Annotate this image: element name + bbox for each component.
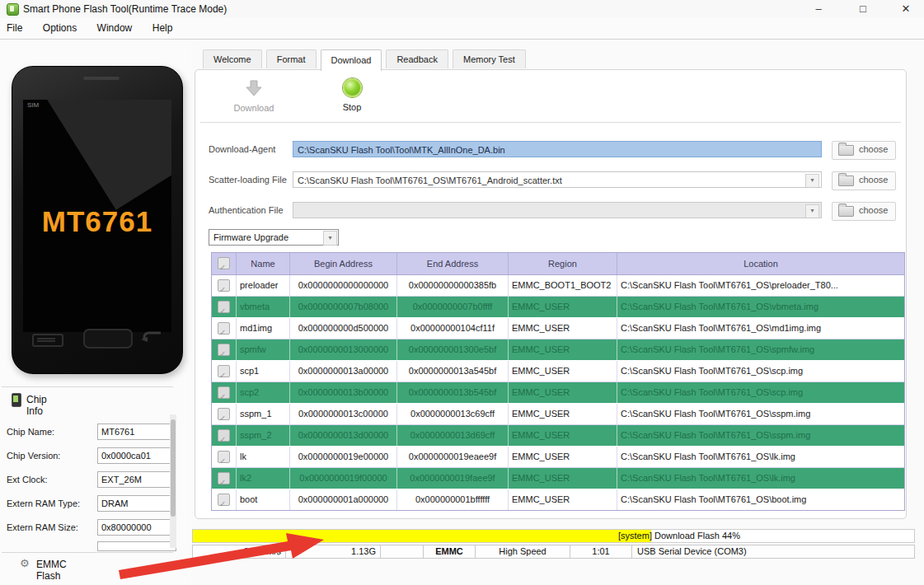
- table-row[interactable]: sspm_1 0x0000000013c00000 0x0000000013c6…: [212, 404, 904, 425]
- menu-bar: File Options Window Help: [0, 18, 924, 40]
- emmc-flash-label: EMMC Flash: [36, 559, 67, 582]
- row-checkbox-cell: [212, 425, 237, 446]
- cell-location: C:\ScanSKU Flash Tool\MT6761_OS\preloade…: [617, 275, 904, 296]
- column-header-location[interactable]: Location: [617, 253, 904, 274]
- scatter-file-value: C:\ScanSKU Flash Tool\MT6761_OS\MT6761_A…: [298, 176, 562, 185]
- table-row[interactable]: preloader 0x0000000000000000 0x000000000…: [212, 275, 904, 297]
- chip-field-row: Ext Clock: EXT_26M: [7, 471, 171, 489]
- chevron-down-icon[interactable]: ▾: [323, 231, 337, 246]
- cell-name: scp1: [237, 361, 290, 381]
- app-icon: [7, 3, 19, 16]
- auth-file-choose-button[interactable]: choose: [832, 202, 896, 221]
- minimize-button[interactable]: –: [806, 0, 831, 18]
- tab-format[interactable]: Format: [266, 49, 317, 68]
- chip-name-value[interactable]: MT6761: [97, 424, 176, 440]
- checkbox-icon[interactable]: [218, 472, 230, 484]
- chip-version-label: Chip Version:: [7, 451, 60, 461]
- status-port: USB Serial Device (COM3): [632, 545, 914, 558]
- tab-download[interactable]: Download: [321, 49, 382, 71]
- partition-table-body: preloader 0x0000000000000000 0x000000000…: [212, 275, 904, 510]
- auth-file-input[interactable]: ▾: [293, 202, 822, 218]
- table-row[interactable]: spmfw 0x0000000013000000 0x000000001300e…: [212, 339, 904, 361]
- cell-end-address: 0x00000000104cf11f: [397, 318, 509, 339]
- chip-version-value[interactable]: 0x0000ca01: [97, 447, 176, 464]
- checkbox-icon[interactable]: [218, 408, 230, 420]
- ext-clock-label: Ext Clock:: [7, 475, 48, 484]
- column-header-name[interactable]: Name: [237, 253, 290, 274]
- checkbox-icon[interactable]: [218, 257, 230, 269]
- tab-welcome[interactable]: Welcome: [203, 49, 262, 68]
- cell-begin-address: 0x0000000007b08000: [290, 297, 397, 317]
- scatter-file-input[interactable]: C:\ScanSKU Flash Tool\MT6761_OS\MT6761_A…: [293, 171, 822, 188]
- menu-options[interactable]: Options: [35, 18, 85, 34]
- download-agent-label: Download-Agent: [209, 144, 275, 154]
- download-agent-input[interactable]: C:\ScanSKU Flash Tool\Tool\MTK_AllInOne_…: [293, 141, 822, 157]
- checkbox-icon[interactable]: [218, 301, 230, 313]
- phone-speaker: [83, 77, 120, 80]
- cell-location: C:\ScanSKU Flash Tool\MT6761_OS\boot.img: [617, 489, 904, 510]
- chevron-down-icon[interactable]: ▾: [805, 204, 819, 218]
- scatter-file-choose-button[interactable]: choose: [832, 171, 896, 190]
- menu-window[interactable]: Window: [89, 18, 141, 34]
- checkbox-icon[interactable]: [218, 429, 230, 442]
- cell-end-address: 0x000000001bffffff: [397, 489, 509, 510]
- cell-name: scp2: [237, 382, 290, 403]
- table-row[interactable]: sspm_2 0x0000000013d00000 0x0000000013d6…: [212, 425, 904, 447]
- table-row[interactable]: scp1 0x0000000013a00000 0x0000000013a545…: [212, 361, 904, 382]
- maximize-button[interactable]: □: [851, 0, 875, 18]
- download-icon: [244, 78, 264, 98]
- column-header-region[interactable]: Region: [509, 253, 617, 274]
- flash-mode-select[interactable]: Firmware Upgrade ▾: [209, 229, 339, 246]
- stop-button[interactable]: Stop: [326, 78, 378, 112]
- tab-memory-test[interactable]: Memory Test: [453, 49, 526, 68]
- cell-end-address: 0x0000000013b545bf: [397, 382, 509, 403]
- download-agent-choose-button[interactable]: choose: [832, 141, 896, 160]
- cell-end-address: 0x0000000013d69cff: [397, 425, 509, 446]
- cell-region: EMMC_USER: [509, 339, 617, 360]
- table-row[interactable]: boot 0x000000001a000000 0x000000001bffff…: [212, 489, 904, 510]
- table-row[interactable]: md1img 0x000000000d500000 0x00000000104c…: [212, 318, 904, 339]
- checkbox-icon[interactable]: [218, 386, 230, 399]
- table-row[interactable]: lk 0x0000000019e00000 0x0000000019eaee9f…: [212, 447, 904, 468]
- cell-location: C:\ScanSKU Flash Tool\MT6761_OS\scp.img: [617, 361, 904, 381]
- cell-begin-address: 0x0000000013000000: [290, 339, 397, 360]
- download-button[interactable]: Download: [225, 78, 283, 113]
- column-header-begin[interactable]: Begin Address: [290, 253, 397, 274]
- sidebar: SIM MT6761 Chip Info Chip Name: MT6761 C…: [0, 40, 191, 585]
- chip-name-label: Chip Name:: [7, 427, 54, 437]
- table-row[interactable]: lk2 0x0000000019f00000 0x0000000019faee9…: [212, 468, 904, 489]
- checkbox-icon[interactable]: [218, 322, 230, 335]
- menu-file[interactable]: File: [0, 18, 30, 34]
- checkbox-icon[interactable]: [218, 365, 230, 377]
- row-checkbox-cell: [212, 382, 237, 403]
- close-button[interactable]: ✕: [894, 0, 918, 18]
- checkbox-icon[interactable]: [218, 451, 230, 463]
- header-checkbox-cell[interactable]: [212, 253, 237, 274]
- ext-clock-value[interactable]: EXT_26M: [97, 471, 176, 488]
- checkbox-icon[interactable]: [218, 344, 230, 356]
- tab-readback[interactable]: Readback: [386, 49, 448, 68]
- cell-region: EMMC_USER: [509, 404, 617, 424]
- status-flash-type: EMMC: [424, 545, 476, 558]
- ram-type-value[interactable]: DRAM: [97, 495, 176, 512]
- scrollbar-thumb[interactable]: [171, 419, 176, 517]
- cell-begin-address: 0x0000000013c00000: [290, 404, 397, 424]
- checkbox-icon[interactable]: [218, 279, 230, 292]
- chevron-down-icon[interactable]: ▾: [805, 174, 819, 188]
- table-row[interactable]: vbmeta 0x0000000007b08000 0x0000000007b0…: [212, 297, 904, 318]
- folder-icon: [838, 206, 854, 217]
- menu-help[interactable]: Help: [144, 18, 181, 34]
- cell-begin-address: 0x000000001a000000: [290, 489, 397, 510]
- table-row[interactable]: scp2 0x0000000013b00000 0x0000000013b545…: [212, 382, 904, 404]
- column-header-end[interactable]: End Address: [397, 253, 509, 274]
- chip-info-icon: [12, 393, 21, 407]
- checkbox-icon[interactable]: [218, 494, 230, 506]
- cell-end-address: 0x0000000019faee9f: [397, 468, 509, 489]
- row-checkbox-cell: [212, 297, 237, 317]
- cell-name: spmfw: [237, 339, 290, 360]
- folder-icon: [838, 176, 854, 186]
- row-checkbox-cell: [212, 339, 237, 360]
- chip-model-text: MT6761: [23, 205, 171, 238]
- cell-end-address: 0x0000000007b0ffff: [397, 297, 509, 317]
- cell-name: preloader: [237, 275, 290, 296]
